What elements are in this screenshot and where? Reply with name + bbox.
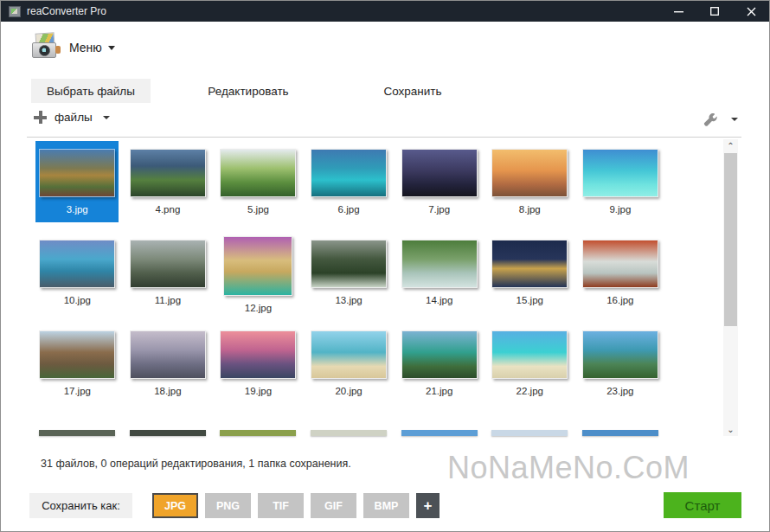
grid-cell: 19.jpg [213,323,304,413]
format-button-png[interactable]: PNG [205,493,251,518]
file-thumbnail [39,149,115,197]
logo-accent-part [55,46,61,54]
file-thumbnail [491,240,568,288]
file-thumbnail [311,149,387,197]
file-tile[interactable]: 19.jpg [216,323,299,404]
format-button-tif[interactable]: TIF [258,493,304,518]
file-tile[interactable]: 4.png [126,141,209,222]
grid-cell: 23.jpg [575,323,666,413]
file-tile[interactable]: 10.jpg [35,232,119,313]
partial-thumbnail [311,430,387,436]
file-tile[interactable]: 16.jpg [579,232,662,313]
files-toolbar: файлы [27,109,741,135]
file-name-label: 13.jpg [335,295,362,305]
file-name-label: 16.jpg [606,295,633,305]
file-tile[interactable]: 3.jpg [35,141,119,222]
grid-cell: 8.jpg [484,141,575,232]
grid-cell: 14.jpg [394,232,484,323]
file-tile[interactable]: 21.jpg [398,323,481,404]
file-grid: 3.jpg 4.png 5.jpg 6.jpg 7.jpg 8.jpg [32,141,667,413]
partial-thumbnail [39,430,115,436]
file-name-label: 14.jpg [426,295,452,305]
titlebar: reaConverter Pro [1,1,769,22]
grid-cell: 21.jpg [394,323,484,413]
scroll-up-button[interactable]: ⌃ [723,139,738,152]
file-tile[interactable]: 11.jpg [126,232,209,313]
menu-button[interactable]: Меню [69,41,115,54]
file-name-label: 6.jpg [338,204,360,215]
grid-cell: 15.jpg [484,232,575,323]
file-tile[interactable]: 15.jpg [488,232,571,313]
grid-cell: 10.jpg [32,232,123,323]
window-title: reaConverter Pro [27,5,106,17]
partial-thumbnail [220,430,296,436]
chevron-down-icon [731,118,738,121]
file-tile[interactable]: 14.jpg [398,232,481,313]
maximize-button[interactable] [696,1,733,22]
scroll-down-button[interactable]: ⌄ [723,423,738,436]
scrollbar-thumb[interactable] [724,153,737,326]
app-window: reaConverter Pro Меню Выбрать файлы [0,0,770,532]
tab-bar: Выбрать файлы Редактировать Сохранить [31,79,460,103]
file-thumbnail [582,240,658,288]
divider [27,137,741,138]
file-tile[interactable]: 5.jpg [216,141,299,222]
file-tile[interactable]: 20.jpg [307,323,390,404]
partial-thumbnail [491,430,568,436]
file-thumbnail [39,330,115,379]
file-tile[interactable]: 18.jpg [126,323,209,404]
grid-cell: 22.jpg [484,323,575,413]
file-tile[interactable]: 22.jpg [488,323,571,404]
partial-thumbnail-row [32,430,667,436]
format-button-bmp[interactable]: BMP [363,493,409,518]
partial-thumbnail [401,430,478,436]
partial-thumbnail [130,430,206,436]
file-tile[interactable]: 8.jpg [488,141,571,222]
file-tile[interactable]: 17.jpg [35,323,119,404]
file-name-label: 17.jpg [64,386,91,396]
format-button-group: JPGPNGTIFGIFBMP+ [152,493,440,518]
file-name-label: 5.jpg [247,204,269,215]
menu-label: Меню [69,41,102,54]
save-as-button[interactable]: Сохранить как: [29,493,132,518]
add-files-label: файлы [55,111,93,124]
file-tile[interactable]: 9.jpg [579,141,662,222]
file-thumbnail [491,149,568,197]
app-logo-icon[interactable] [30,32,61,63]
file-tile[interactable]: 13.jpg [307,232,390,313]
tools-menu-button[interactable] [703,112,738,126]
file-name-label: 8.jpg [519,204,541,215]
file-thumbnail [220,330,296,379]
start-button[interactable]: Старт [664,492,741,518]
grid-cell: 4.png [123,141,214,232]
window-controls [660,1,769,22]
file-thumbnail [130,149,206,197]
grid-cell: 11.jpg [123,232,214,323]
chevron-down-icon [108,46,115,50]
grid-cell: 6.jpg [304,141,395,232]
file-tile[interactable]: 6.jpg [307,141,390,222]
close-button[interactable] [733,1,769,22]
file-name-label: 11.jpg [155,295,181,305]
logo-lens-part [39,45,50,56]
file-tile[interactable]: 23.jpg [579,323,662,404]
file-tile[interactable]: 12.jpg [216,232,299,313]
tab-edit[interactable]: Редактировать [192,79,305,103]
app-icon [9,6,21,17]
add-format-button[interactable]: + [416,493,440,518]
status-text: 31 файлов, 0 операций редактирования, 1 … [41,458,351,470]
file-tile[interactable]: 7.jpg [398,141,481,222]
file-name-label: 3.jpg [67,204,88,215]
format-button-jpg[interactable]: JPG [152,493,198,518]
file-name-label: 12.jpg [245,303,272,313]
file-thumbnail [130,330,206,379]
tab-save[interactable]: Сохранить [365,79,460,103]
file-name-label: 9.jpg [609,204,631,215]
format-button-gif[interactable]: GIF [311,493,356,518]
minimize-button[interactable] [660,1,696,22]
tab-select-files[interactable]: Выбрать файлы [31,79,151,103]
grid-cell: 18.jpg [123,323,214,413]
add-files-button[interactable]: файлы [34,111,110,124]
file-name-label: 22.jpg [517,386,543,396]
vertical-scrollbar[interactable]: ⌃ ⌄ [723,139,738,436]
